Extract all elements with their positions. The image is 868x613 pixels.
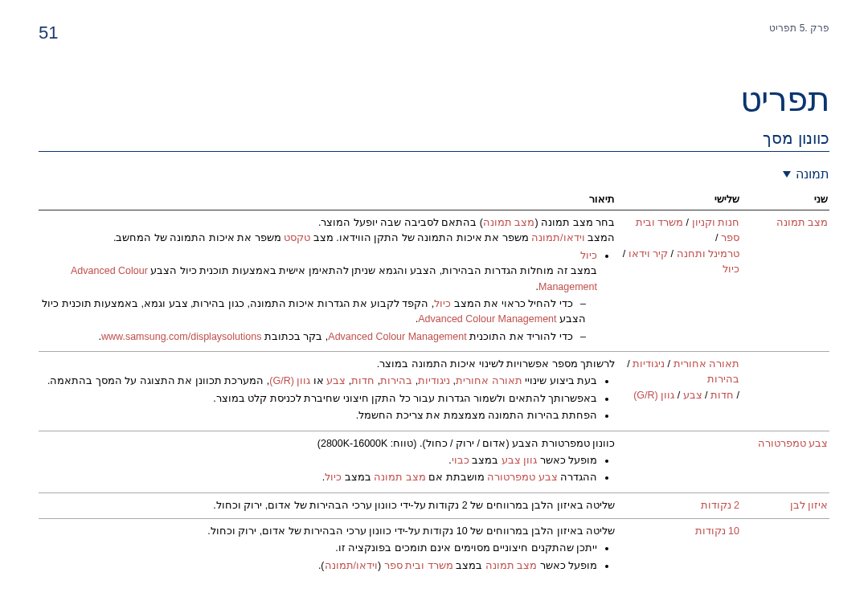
list-item: מופעל כאשר מצב תמונה במצב משרד ובית ספר … bbox=[40, 558, 597, 574]
text: מופעל כאשר bbox=[537, 455, 597, 466]
text: מופעל כאשר bbox=[537, 560, 597, 571]
table-row: 10 נקודות שליטה באיזון הלבן במרווחים של … bbox=[39, 519, 829, 581]
triangle-down-icon bbox=[783, 171, 791, 178]
opt: קיר וידאו bbox=[628, 248, 668, 260]
download-link[interactable]: www.samsung.com/displaysolutions bbox=[101, 331, 261, 342]
text: , המערכת תכוונן את התצוגה על המסך בהתאמה… bbox=[47, 375, 269, 386]
text: גוון צבע bbox=[502, 455, 537, 466]
cell-second: צבע טמפרטורה bbox=[741, 431, 829, 492]
text: כיול bbox=[325, 472, 342, 483]
list-item: ייתכן שהתקנים חיצוניים מסוימים אינם תומכ… bbox=[40, 541, 597, 556]
settings-table: שני שלישי תיאור מצב תמונה חנות וקניון / … bbox=[39, 188, 829, 580]
text: שליטה באיזון הלבן במרווחים של 10 נקודות … bbox=[40, 524, 615, 539]
text: משפר את איכות התמונה של התקן הווידאו. מצ… bbox=[310, 232, 531, 243]
col-header-desc: תיאור bbox=[39, 188, 616, 210]
col-header-second: שני bbox=[741, 188, 829, 210]
list-item: ההגדרה צבע טמפרטורה מושבתת אם מצב תמונה … bbox=[40, 470, 597, 485]
text: ( bbox=[378, 560, 384, 571]
opt: חדות bbox=[710, 390, 734, 401]
sep: / bbox=[668, 248, 676, 260]
opt: חנות וקניון bbox=[692, 217, 739, 228]
text: וידאו/תמונה bbox=[325, 560, 378, 571]
cell-desc: כוונון טמפרטורת הצבע (אדום / ירוק / כחול… bbox=[39, 431, 616, 492]
text: מצב תמונה bbox=[483, 217, 534, 228]
text: מצב תמונה bbox=[374, 472, 425, 483]
sep: / bbox=[702, 390, 710, 401]
text: המצב bbox=[585, 232, 615, 243]
cell-third bbox=[616, 431, 741, 492]
text: כיול bbox=[580, 250, 597, 261]
text: חדות bbox=[351, 375, 375, 386]
cell-third: 10 נקודות bbox=[616, 519, 741, 581]
cell-second: מצב תמונה bbox=[741, 210, 829, 352]
text: בעת ביצוע שינויי bbox=[522, 375, 597, 386]
opt: כיול bbox=[723, 264, 739, 275]
text: מצב תמונה bbox=[485, 560, 537, 571]
section-header: תמונה bbox=[39, 166, 829, 182]
text: גוון (G/R) bbox=[269, 375, 310, 386]
cell-third: חנות וקניון / משרד ובית ספר / טרמינל ותח… bbox=[616, 210, 741, 352]
cell-desc: בחר מצב תמונה (מצב תמונה) בהתאם לסביבה ש… bbox=[39, 210, 616, 352]
opt: צבע bbox=[683, 390, 702, 401]
sep: / bbox=[734, 390, 739, 401]
text: מושבתת אם bbox=[426, 472, 487, 483]
cell-third: תאורה אחורית / ניגודיות / בהירות / חדות … bbox=[616, 352, 741, 431]
table-row: תאורה אחורית / ניגודיות / בהירות / חדות … bbox=[39, 352, 829, 431]
table-row: צבע טמפרטורה כוונון טמפרטורת הצבע (אדום … bbox=[39, 431, 829, 492]
text: במצב bbox=[453, 560, 485, 571]
opt: בהירות bbox=[707, 374, 739, 385]
text: תאורה אחורית bbox=[456, 375, 522, 386]
text: ). bbox=[318, 560, 325, 571]
table-row: מצב תמונה חנות וקניון / משרד ובית ספר / … bbox=[39, 210, 829, 352]
list-item: כדי להוריד את התוכנית Advanced Colour Ma… bbox=[40, 329, 586, 345]
opt: טרמינל ותחנה bbox=[677, 248, 739, 260]
sep: / bbox=[715, 232, 721, 243]
list-item: באפשרותך להתאים ולשמור הגדרות עבור כל הת… bbox=[40, 391, 597, 407]
text: צבע טמפרטורה bbox=[487, 472, 557, 483]
table-row: איזון לבן 2 נקודות שליטה באיזון הלבן במר… bbox=[39, 492, 829, 518]
cell-second bbox=[741, 352, 829, 431]
text: כוונון טמפרטורת הצבע (אדום / ירוק / כחול… bbox=[40, 436, 615, 452]
text: , בקר בכתובת bbox=[261, 331, 328, 342]
text: ניגודיות bbox=[418, 375, 450, 386]
text: Advanced Colour Management bbox=[328, 331, 466, 342]
sep: / bbox=[623, 248, 628, 260]
text: כבוי bbox=[452, 455, 469, 466]
list-item: מופעל כאשר גוון צבע במצב כבוי. bbox=[40, 453, 597, 468]
cell-desc: שליטה באיזון הלבן במרווחים של 10 נקודות … bbox=[39, 519, 616, 581]
text: לרשותך מספר אפשרויות לשינוי איכות התמונה… bbox=[40, 357, 615, 372]
text: כדי להוריד את התוכנית bbox=[467, 331, 573, 342]
text: Advanced Colour Management bbox=[418, 313, 556, 325]
list-item: כדי להחיל כראוי את המצב כיול, הקפד לקבוע… bbox=[40, 296, 586, 328]
text: כדי להחיל כראוי את המצב bbox=[451, 298, 572, 309]
section-label-text: תמונה bbox=[796, 166, 829, 182]
text: ) בהתאם לסביבה שבה יופעל המוצר. bbox=[318, 217, 483, 228]
sep: / bbox=[674, 390, 682, 401]
text: טקסט bbox=[284, 232, 310, 243]
chapter-label: פרק .5 תפריט bbox=[769, 22, 829, 34]
text: במצב זה מוחלות הגדרות הבהירות, הצבע והגמ… bbox=[148, 265, 597, 276]
text: כיול bbox=[434, 298, 451, 309]
opt: גוון (G/R) bbox=[633, 390, 674, 401]
cell-third: 2 נקודות bbox=[616, 492, 741, 518]
text: משפר את איכות התמונה של המחשב. bbox=[113, 232, 284, 243]
col-header-third: שלישי bbox=[616, 188, 741, 210]
cell-second bbox=[741, 519, 829, 581]
opt: תאורה אחורית bbox=[674, 358, 739, 370]
sep: / bbox=[683, 217, 691, 228]
cell-desc: לרשותך מספר אפשרויות לשינוי איכות התמונה… bbox=[39, 352, 616, 431]
cell-second: איזון לבן bbox=[741, 492, 829, 518]
list-item: כיול במצב זה מוחלות הגדרות הבהירות, הצבע… bbox=[40, 248, 597, 345]
list-item: הפחתת בהירות התמונה מצמצמת את צריכת החשמ… bbox=[40, 408, 597, 423]
list-item: בעת ביצוע שינויי תאורה אחורית, ניגודיות,… bbox=[40, 374, 597, 389]
text: במצב bbox=[469, 455, 502, 466]
text: בחר מצב תמונה ( bbox=[534, 217, 615, 228]
text: צבע bbox=[326, 375, 346, 386]
page-number: 51 bbox=[39, 22, 58, 43]
text: וידאו/תמונה bbox=[531, 232, 584, 243]
opt: ניגודיות bbox=[633, 358, 665, 370]
text: משרד ובית ספר bbox=[384, 560, 453, 571]
text: בהירות bbox=[380, 375, 412, 386]
text: ההגדרה bbox=[558, 472, 597, 483]
text: או bbox=[310, 375, 326, 386]
